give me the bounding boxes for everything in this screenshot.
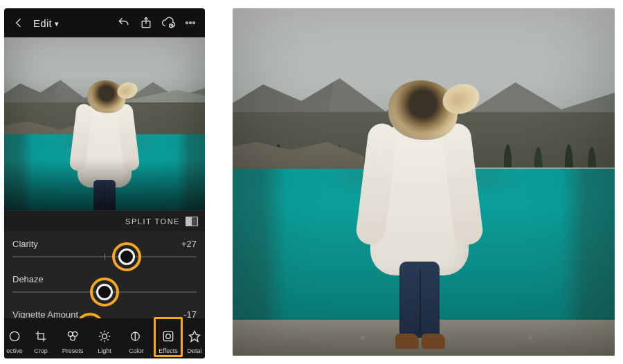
tool-detail[interactable]: Detai <box>184 314 205 358</box>
slider-track[interactable] <box>12 291 197 293</box>
svg-line-18 <box>100 339 102 340</box>
tool-light[interactable]: Light <box>89 314 120 358</box>
svg-point-21 <box>166 334 171 339</box>
effects-icon <box>161 329 175 345</box>
tool-label: Detai <box>187 347 201 354</box>
color-icon <box>129 329 143 345</box>
svg-point-9 <box>71 336 75 340</box>
split-tone-label: SPLIT TONE <box>125 217 180 226</box>
slider-clarity[interactable]: Clarity+27 <box>4 232 205 267</box>
edit-preview[interactable] <box>4 37 205 210</box>
slider-value: +27 <box>181 239 197 249</box>
tool-crop[interactable]: Crop <box>25 314 57 358</box>
tool-label: Crop <box>34 347 48 354</box>
lightroom-mobile: Edit▾ <box>4 8 205 358</box>
mode-menu[interactable]: Edit▾ <box>33 17 59 29</box>
tool-label: Presets <box>62 347 84 354</box>
presets-icon <box>66 329 80 345</box>
tool-effects[interactable]: Effects <box>152 314 184 358</box>
slider-knob[interactable] <box>96 284 113 300</box>
tool-label: Effects <box>159 347 177 354</box>
svg-marker-22 <box>190 331 200 342</box>
back-icon[interactable] <box>11 15 26 30</box>
app-topbar: Edit▾ <box>4 8 205 37</box>
mode-label: Edit <box>33 17 52 29</box>
svg-point-6 <box>10 331 19 340</box>
tool-selective[interactable]: ective <box>4 314 25 358</box>
edit-toolbar: ectiveCropPresetsLightColorEffectsDetai <box>4 318 205 358</box>
svg-line-17 <box>107 332 109 334</box>
undo-icon[interactable] <box>116 15 132 30</box>
slider-dehaze[interactable]: Dehaze <box>4 267 205 302</box>
svg-line-15 <box>100 332 102 334</box>
svg-point-3 <box>186 22 188 24</box>
svg-rect-20 <box>163 331 172 340</box>
result-photo <box>233 8 615 356</box>
tool-presets[interactable]: Presets <box>57 314 89 358</box>
tool-label: Light <box>98 347 111 354</box>
svg-line-16 <box>107 339 109 340</box>
tool-color[interactable]: Color <box>120 314 152 358</box>
svg-point-5 <box>193 22 195 24</box>
split-tone-icon <box>186 217 198 226</box>
svg-point-10 <box>102 334 107 339</box>
tool-label: ective <box>6 347 23 354</box>
tool-label: Color <box>129 347 144 354</box>
slider-label: Clarity <box>12 239 197 249</box>
more-icon[interactable] <box>183 15 198 30</box>
light-icon <box>98 329 111 345</box>
split-tone-button[interactable]: SPLIT TONE <box>4 210 205 232</box>
cloud-sync-icon[interactable] <box>161 15 176 30</box>
crop-icon <box>34 329 48 345</box>
svg-point-4 <box>190 22 192 24</box>
share-icon[interactable] <box>138 15 154 30</box>
slider-knob[interactable] <box>118 248 135 265</box>
slider-label: Dehaze <box>12 274 197 284</box>
selective-icon <box>8 329 21 345</box>
slider-track[interactable] <box>12 256 197 257</box>
detail-icon <box>188 329 201 345</box>
